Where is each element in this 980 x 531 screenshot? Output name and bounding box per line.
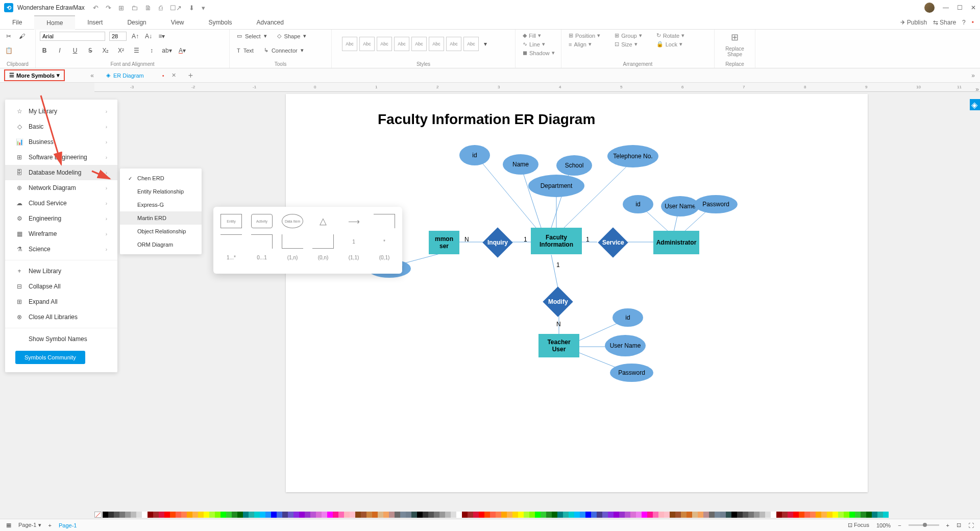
size-button[interactable]: ⊡ Size▾ [611, 40, 645, 48]
import-icon[interactable]: ⬇ [189, 4, 194, 12]
fullscreen-icon[interactable]: ⛶ [968, 522, 974, 528]
sub-martin-erd[interactable]: Martin ERD [120, 211, 202, 225]
preview-one[interactable]: 1 [343, 239, 364, 245]
bold-icon[interactable]: B [40, 46, 49, 55]
subscript-icon[interactable]: X₂ [101, 46, 110, 55]
close-tab-icon[interactable]: ✕ [172, 72, 176, 79]
replace-shape-icon[interactable]: ⊞ [731, 32, 739, 43]
preview-activity[interactable]: Activity [251, 214, 273, 228]
cat-cloud[interactable]: ☁Cloud Service› [5, 196, 117, 211]
preview-card5[interactable]: (0,1) [374, 255, 395, 260]
fit-page-icon[interactable]: ⊡ [957, 522, 961, 528]
preview-line3[interactable] [282, 234, 303, 249]
no-color[interactable] [94, 512, 102, 518]
preview-data[interactable]: Data Item [282, 214, 303, 228]
document-tab[interactable]: ◈ ER Diagram • ✕ [106, 72, 176, 79]
attr-id[interactable]: id [459, 145, 490, 165]
font-select[interactable] [40, 32, 105, 41]
spacing-icon[interactable]: ↕ [147, 46, 156, 55]
style-8[interactable]: Abc [463, 37, 479, 51]
fill-button[interactable]: ◆ Fill▾ [520, 32, 557, 39]
preview-entity[interactable]: Entity [220, 214, 242, 228]
preview-line1[interactable] [220, 234, 242, 249]
preview-card2[interactable]: (1,n) [282, 255, 303, 260]
shadow-button[interactable]: ◼ Shadow▾ [520, 49, 557, 57]
attr-teacher-username[interactable]: User Name [605, 335, 646, 356]
sub-entity-relationship[interactable]: Entity Relationship [120, 185, 202, 198]
menu-symbols[interactable]: Symbols [197, 16, 244, 29]
open-icon[interactable]: 🗀 [131, 4, 138, 12]
add-page-button[interactable]: + [48, 522, 52, 528]
zoom-slider[interactable] [909, 524, 939, 526]
font-color-icon[interactable]: A▾ [178, 46, 187, 55]
preview-card0[interactable]: 1...* [220, 255, 242, 260]
pages-icon[interactable]: ▦ [6, 522, 11, 528]
connector-tool[interactable]: ↳ Connector▾ [261, 46, 307, 55]
preview-arrow-icon[interactable]: ⟶ [343, 216, 364, 226]
align-button[interactable]: ≡ Align▾ [566, 40, 603, 48]
entity-administrator[interactable]: Administrator [653, 231, 699, 254]
shape-tool[interactable]: ◇ Shape▾ [274, 32, 310, 40]
collapse-right-icon[interactable]: » [971, 72, 975, 79]
style-2[interactable]: Abc [359, 37, 375, 51]
sub-orm-diagram[interactable]: ORM Diagram [120, 238, 202, 251]
undo-icon[interactable]: ↶ [93, 4, 99, 12]
publish-button[interactable]: ✈ Publish [900, 19, 927, 26]
paste-icon[interactable]: 📋 [4, 46, 13, 55]
attr-department[interactable]: Department [528, 175, 584, 197]
attr-teacher-password[interactable]: Password [610, 364, 653, 382]
style-7[interactable]: Abc [446, 37, 461, 51]
sub-object-relationship[interactable]: Object Relationship [120, 225, 202, 238]
rel-modify[interactable]: Modify [543, 286, 573, 317]
entity-faculty-info[interactable]: Faculty Information [531, 228, 582, 254]
page-select[interactable]: Page-1 ▾ [18, 522, 41, 528]
zoom-out-button[interactable]: − [898, 522, 901, 528]
export-icon[interactable]: ☐↗ [170, 4, 182, 12]
cat-engineering[interactable]: ⚙Engineering› [5, 211, 117, 226]
line-button[interactable]: ∿ Line▾ [520, 40, 557, 48]
attr-name[interactable]: Name [503, 154, 538, 175]
attr-telephone[interactable]: Telephone No. [607, 145, 658, 167]
menu-insert[interactable]: Insert [75, 16, 115, 29]
strike-icon[interactable]: S̶ [86, 46, 95, 55]
new-icon[interactable]: ⊞ [118, 4, 124, 12]
size-select[interactable] [109, 32, 127, 41]
style-1[interactable]: Abc [342, 37, 357, 51]
zoom-display[interactable]: 100% [876, 522, 891, 528]
preview-line4[interactable] [312, 234, 334, 249]
italic-icon[interactable]: I [55, 46, 64, 55]
styles-gallery[interactable]: Abc Abc Abc Abc Abc Abc Abc Abc ▾ [336, 32, 511, 56]
select-tool[interactable]: ▭ Select▾ [234, 32, 270, 40]
preview-card4[interactable]: (1,1) [343, 255, 364, 260]
cat-close-all[interactable]: ⊗Close All Libraries [5, 309, 117, 325]
attr-admin-username[interactable]: User Name [661, 196, 699, 216]
position-button[interactable]: ⊞ Position▾ [566, 32, 603, 39]
preview-card3[interactable]: (0,n) [312, 255, 334, 260]
share-button[interactable]: ⇆ Share [933, 19, 956, 26]
preview-card1[interactable]: 0...1 [251, 255, 273, 260]
cat-wireframe[interactable]: ▦Wireframe› [5, 226, 117, 242]
cut-icon[interactable]: ✂ [4, 32, 13, 41]
styles-more-icon[interactable]: ▾ [481, 39, 490, 49]
print-icon[interactable]: ⎙ [159, 4, 163, 12]
font-increase-icon[interactable]: A↑ [131, 32, 140, 41]
style-3[interactable]: Abc [377, 37, 392, 51]
cat-show-names[interactable]: Show Symbol Names [5, 331, 117, 347]
attr-admin-id[interactable]: id [623, 195, 653, 213]
text-tool[interactable]: T Text [234, 46, 257, 55]
align-menu-icon[interactable]: ≡▾ [157, 32, 166, 41]
more-symbols-button[interactable]: ☰ More Symbols ▾ [4, 69, 65, 81]
attr-admin-password[interactable]: Password [694, 195, 738, 213]
entity-common-user[interactable]: mmon ser [429, 231, 459, 254]
preview-star[interactable]: * [374, 239, 395, 245]
save-icon[interactable]: 🗎 [145, 4, 152, 12]
attr-teacher-id[interactable]: id [612, 308, 643, 327]
underline-icon[interactable]: U [70, 46, 80, 55]
sub-chen-erd[interactable]: ✓Chen ERD [120, 172, 202, 185]
right-panel-diamond-icon[interactable]: ◈ [969, 99, 980, 110]
preview-corner-icon[interactable] [374, 214, 395, 228]
menu-advanced[interactable]: Advanced [244, 16, 296, 29]
avatar[interactable] [924, 3, 935, 13]
minimize-icon[interactable]: — [943, 4, 949, 11]
close-icon[interactable]: ✕ [971, 4, 976, 11]
